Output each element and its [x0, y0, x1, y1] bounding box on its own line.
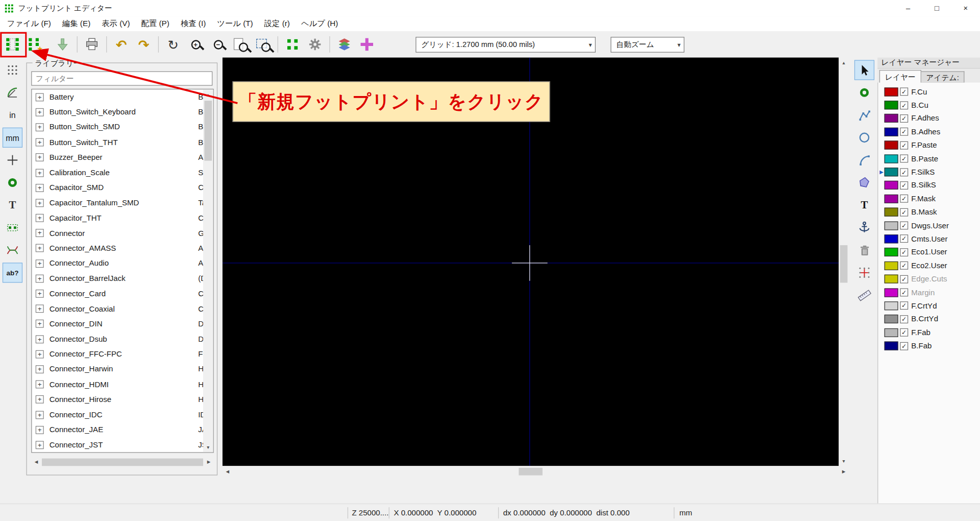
- expand-plus-icon[interactable]: +: [36, 441, 44, 449]
- menu-item-preferences[interactable]: 設定 (r): [259, 16, 296, 31]
- set-anchor-button[interactable]: [854, 218, 874, 238]
- layer-color-swatch[interactable]: [885, 262, 898, 270]
- polar-coords-button[interactable]: [3, 83, 22, 103]
- expand-plus-icon[interactable]: +: [36, 335, 44, 343]
- layer-color-swatch[interactable]: [885, 342, 898, 350]
- library-row[interactable]: +Calibration_ScaleSc: [32, 165, 203, 180]
- scroll-down-icon[interactable]: ▼: [203, 442, 213, 453]
- scroll-right-icon[interactable]: ▶: [204, 457, 214, 467]
- layer-row[interactable]: ✓F.Mask: [878, 192, 980, 205]
- select-tool-button[interactable]: [854, 60, 874, 80]
- scrollbar-thumb[interactable]: [204, 101, 212, 161]
- new-footprint-wizard-button[interactable]: ★: [24, 33, 46, 56]
- library-row[interactable]: +Connector_FFC-FPCFF: [32, 347, 203, 362]
- add-pad-button[interactable]: [854, 83, 874, 103]
- redo-button[interactable]: ↷: [133, 33, 155, 56]
- layer-row[interactable]: ✓B.Adhes: [878, 125, 980, 138]
- layer-row[interactable]: ✓F.Adhes: [878, 112, 980, 125]
- library-row[interactable]: +Button_Switch_THTBu: [32, 135, 203, 150]
- canvas-vscrollbar[interactable]: ▲ ▼: [839, 58, 849, 466]
- library-row[interactable]: +Connector_JSTJS: [32, 437, 203, 453]
- canvas-hscrollbar[interactable]: ◀ ▶: [223, 466, 849, 477]
- layer-visibility-checkbox[interactable]: ✓: [900, 262, 908, 270]
- library-row[interactable]: +Connector_HarwinHa: [32, 362, 203, 377]
- print-button[interactable]: [81, 33, 103, 56]
- layer-visibility-checkbox[interactable]: ✓: [900, 235, 908, 243]
- expand-plus-icon[interactable]: +: [36, 350, 44, 358]
- expand-plus-icon[interactable]: +: [36, 244, 44, 252]
- library-row[interactable]: +Connector_HiroseHi: [32, 392, 203, 407]
- layer-color-swatch[interactable]: [885, 128, 898, 136]
- layer-visibility-checkbox[interactable]: ✓: [900, 114, 908, 123]
- library-row[interactable]: +Connector_BarrelJack(D: [32, 271, 203, 287]
- scroll-left-icon[interactable]: ◀: [223, 466, 233, 477]
- tab-items[interactable]: アイテム:: [921, 72, 965, 83]
- insert-footprint-button[interactable]: [356, 33, 378, 56]
- layer-color-swatch[interactable]: [885, 168, 898, 176]
- layer-row[interactable]: ✓F.Cu: [878, 85, 980, 99]
- layer-visibility-checkbox[interactable]: ✓: [900, 315, 908, 323]
- library-row[interactable]: +Capacitor_THTCa: [32, 210, 203, 226]
- add-polygon-button[interactable]: [854, 173, 874, 193]
- layer-row[interactable]: ✓B.CrtYd: [878, 313, 980, 326]
- undo-button[interactable]: ↶: [110, 33, 133, 56]
- layer-visibility-checkbox[interactable]: ✓: [900, 248, 908, 256]
- layer-visibility-checkbox[interactable]: ✓: [900, 181, 908, 190]
- expand-plus-icon[interactable]: +: [36, 184, 44, 192]
- layer-row[interactable]: ✓Eco2.User: [878, 259, 980, 272]
- menu-item-view[interactable]: 表示 (V): [96, 16, 135, 31]
- layer-color-swatch[interactable]: [885, 181, 898, 190]
- delete-tool-button[interactable]: [854, 240, 874, 260]
- layer-visibility-checkbox[interactable]: ✓: [900, 141, 908, 149]
- layer-row[interactable]: ✓F.CrtYd: [878, 299, 980, 313]
- layer-row[interactable]: ✓Cmts.User: [878, 232, 980, 246]
- minimize-button[interactable]: –: [894, 0, 922, 16]
- layer-color-swatch[interactable]: [885, 87, 898, 96]
- pad-properties-button[interactable]: [304, 33, 326, 56]
- measure-tool-button[interactable]: [854, 285, 874, 305]
- library-row[interactable]: +Connector_DsubDS: [32, 331, 203, 347]
- layer-color-swatch[interactable]: [885, 275, 898, 283]
- library-row[interactable]: +Connector_CardCa: [32, 286, 203, 301]
- layer-visibility-checkbox[interactable]: ✓: [900, 168, 908, 176]
- layer-visibility-checkbox[interactable]: ✓: [900, 88, 908, 96]
- menu-item-edit[interactable]: 編集 (E): [57, 16, 96, 31]
- expand-plus-icon[interactable]: +: [36, 169, 44, 177]
- library-filter-input[interactable]: [31, 72, 212, 86]
- library-row[interactable]: +Button_Switch_KeyboardBu: [32, 105, 203, 120]
- layer-visibility-checkbox[interactable]: ✓: [900, 155, 908, 163]
- layer-color-swatch[interactable]: [885, 141, 898, 150]
- layer-row[interactable]: ✓Margin: [878, 286, 980, 299]
- save-footprint-button[interactable]: [51, 33, 74, 56]
- library-row[interactable]: +Connector_HDMIHD: [32, 377, 203, 392]
- footprint-properties-button[interactable]: [281, 33, 304, 56]
- library-row[interactable]: +Connector_DINDI: [32, 316, 203, 331]
- layer-visibility-checkbox[interactable]: ✓: [900, 328, 908, 337]
- library-row[interactable]: +Connector_AMASSAM: [32, 241, 203, 256]
- layer-visibility-checkbox[interactable]: ✓: [900, 342, 908, 350]
- expand-plus-icon[interactable]: +: [36, 274, 44, 282]
- zoom-out-button[interactable]: −: [207, 33, 229, 56]
- close-button[interactable]: ×: [951, 0, 980, 16]
- library-row[interactable]: +Connector_JAEJA: [32, 422, 203, 438]
- library-row[interactable]: +Capacitor_SMDCa: [32, 180, 203, 196]
- zoom-in-button[interactable]: +: [184, 33, 207, 56]
- layer-row[interactable]: ✓B.Cu: [878, 99, 980, 112]
- units-inches-button[interactable]: in: [3, 105, 22, 125]
- grid-select[interactable]: グリッド: 1.2700 mm (50.00 mils) ▾: [415, 37, 596, 53]
- layer-row[interactable]: ✓Eco1.User: [878, 246, 980, 259]
- units-mm-button[interactable]: mm: [3, 128, 22, 148]
- layer-row[interactable]: ✓Edge.Cuts: [878, 272, 980, 286]
- layer-color-swatch[interactable]: [885, 101, 898, 109]
- layer-visibility-checkbox[interactable]: ✓: [900, 101, 908, 109]
- layer-color-swatch[interactable]: [885, 301, 898, 310]
- crosshair-cursor-button[interactable]: [3, 150, 22, 170]
- add-arc-button[interactable]: [854, 150, 874, 170]
- expand-plus-icon[interactable]: +: [36, 395, 44, 404]
- menu-item-inspect[interactable]: 検査 (I): [175, 16, 211, 31]
- layer-row[interactable]: ✓F.Paste: [878, 138, 980, 152]
- add-circle-button[interactable]: [854, 128, 874, 148]
- zoom-fit-button[interactable]: [229, 33, 252, 56]
- layer-row[interactable]: ▶✓F.SilkS: [878, 165, 980, 179]
- layer-row[interactable]: ✓F.Fab: [878, 326, 980, 339]
